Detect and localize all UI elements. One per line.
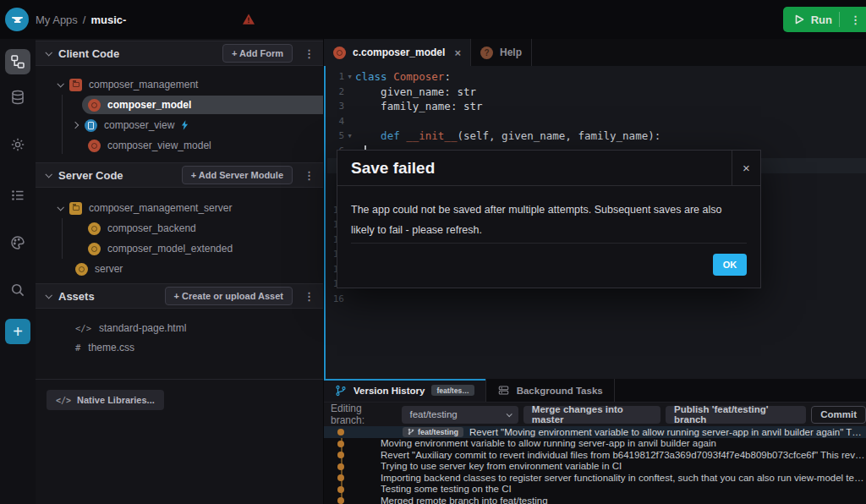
background-tasks-label: Background Tasks	[517, 386, 603, 396]
tree-item-label: composer_management_server	[89, 202, 232, 214]
client-code-header: Client Code + Add Form ⋮	[36, 41, 323, 66]
code-line-1: 1▼class Composer:	[327, 69, 866, 85]
commit-row[interactable]: Revert "Auxiliary commit to revert indiv…	[324, 449, 866, 461]
dialog-close-icon[interactable]: ×	[732, 151, 760, 185]
chevron-down-icon	[506, 411, 512, 417]
rail-theme-palette-icon[interactable]	[5, 230, 30, 255]
rail-app-structure-icon[interactable]	[5, 49, 30, 74]
server-code-menu-icon[interactable]: ⋮	[300, 169, 318, 182]
add-server-module-button[interactable]: + Add Server Module	[182, 166, 293, 184]
tab-help[interactable]: ? Help	[471, 39, 532, 66]
tree-item-composer_model[interactable]: composer_model	[36, 95, 323, 115]
tree-item-label: composer_model	[107, 99, 191, 111]
client-code-tree: composer_managementcomposer_modelcompose…	[36, 74, 323, 156]
commit-row[interactable]: Importing backend classes to register se…	[324, 472, 866, 484]
chevron-down-icon[interactable]	[45, 171, 52, 178]
create-or-upload-asset-button[interactable]: + Create or upload Asset	[165, 287, 293, 305]
warning-icon[interactable]	[243, 14, 255, 25]
code-line-4: 4	[327, 114, 866, 129]
code-token: class	[355, 70, 387, 83]
run-button[interactable]: Run ⋮	[783, 7, 866, 32]
commit-row[interactable]: Trying to use server key from environmen…	[324, 461, 866, 473]
fold-arrow-icon[interactable]: ▼	[344, 133, 355, 140]
run-menu-icon[interactable]: ⋮	[847, 14, 864, 26]
code-line-3: 3 family_name: str	[327, 99, 866, 114]
module-icon	[88, 243, 101, 255]
commit-branch-badge: feat/testing	[403, 427, 463, 437]
branch-toolbar: Editing branch: feat/testing Merge chang…	[324, 403, 866, 426]
code-line-5: 5▼ def __init__(self, given_name, family…	[327, 129, 866, 144]
commit-branch-badge-label: feat/testing	[418, 428, 458, 436]
commit-dot	[337, 441, 344, 447]
commit-list: feat/testingRevert "Moving environment v…	[324, 426, 866, 504]
rail-outline-list-icon[interactable]	[5, 183, 30, 208]
module-icon	[75, 263, 88, 276]
breadcrumb-app-name[interactable]: music-	[90, 14, 126, 26]
tab-composer-model[interactable]: c.composer_model ×	[324, 39, 471, 66]
chevron-down-icon[interactable]	[57, 80, 63, 87]
editor-tab-bar: c.composer_model × ? Help	[324, 39, 866, 66]
commit-row[interactable]: feat/testingRevert "Moving environment v…	[324, 426, 866, 438]
native-libraries-button[interactable]: </> Native Libraries...	[47, 390, 164, 410]
folder-icon	[69, 202, 82, 215]
close-tab-icon[interactable]: ×	[454, 47, 461, 59]
asset-item-theme.css[interactable]: #theme.css	[36, 337, 323, 357]
code-token	[355, 129, 381, 142]
rail-settings-gear-icon[interactable]	[5, 132, 30, 157]
client-code-menu-icon[interactable]: ⋮	[300, 47, 318, 60]
commit-message: Revert "Auxiliary commit to revert indiv…	[381, 450, 866, 460]
tab-label: c.composer_model	[353, 47, 445, 58]
chevron-down-icon[interactable]	[57, 204, 63, 211]
add-form-button[interactable]: + Add Form	[222, 44, 293, 63]
tree-item-server[interactable]: server	[36, 259, 323, 279]
dialog-header: Save failed ×	[337, 151, 760, 186]
tab-background-tasks[interactable]: Background Tasks	[486, 379, 615, 402]
module-icon	[333, 47, 346, 59]
rail-add-button[interactable]: +	[5, 319, 30, 344]
anvil-icon	[10, 13, 25, 27]
branch-select[interactable]: feat/testing	[402, 406, 518, 424]
code-line-2: 2 given_name: str	[327, 85, 866, 100]
commit-button[interactable]: Commit	[811, 406, 866, 424]
tree-item-composer_management_server[interactable]: composer_management_server	[36, 198, 323, 218]
tree-item-composer_backend[interactable]: composer_backend	[36, 218, 323, 238]
anvil-ide: My Apps / music- Run ⋮	[0, 0, 866, 504]
commit-row[interactable]: Merged remote branch into feat/testing	[324, 495, 866, 504]
assets-title: Assets	[58, 290, 95, 303]
fold-arrow-icon[interactable]: ▼	[344, 74, 355, 80]
line-number: 2	[327, 86, 344, 97]
merge-into-master-button[interactable]: Merge changes into master	[523, 406, 660, 424]
breadcrumb-separator: /	[83, 14, 86, 26]
commit-message: Testing some testing on the CI	[381, 484, 512, 494]
tree-item-composer_model_extended[interactable]: composer_model_extended	[36, 238, 323, 259]
assets-menu-icon[interactable]: ⋮	[300, 290, 318, 303]
rail-database-icon[interactable]	[5, 85, 30, 110]
branch-badge: feat/tes…	[431, 385, 474, 396]
startup-bolt-icon	[181, 120, 189, 130]
tree-item-composer_view_model[interactable]: composer_view_model	[36, 135, 323, 156]
code-token: family_name: str	[355, 100, 483, 112]
rail-search-icon[interactable]	[5, 277, 30, 303]
asset-item-standard-page.html[interactable]: </>standard-page.html	[36, 318, 323, 337]
commit-row[interactable]: Testing some testing on the CI	[324, 484, 866, 496]
tab-version-history[interactable]: Version History feat/tes…	[324, 379, 486, 402]
tree-item-composer_management[interactable]: composer_management	[36, 74, 323, 95]
commit-row[interactable]: Moving environment variable to allow run…	[324, 438, 866, 450]
chevron-down-icon[interactable]	[45, 49, 52, 56]
asset-item-label: standard-page.html	[99, 322, 186, 334]
chevron-right-icon[interactable]	[72, 122, 79, 129]
play-icon	[795, 14, 804, 25]
plus-icon: +	[13, 322, 23, 342]
breadcrumb-my-apps[interactable]: My Apps	[36, 14, 78, 26]
tree-item-label: composer_backend	[107, 222, 196, 234]
ok-button[interactable]: OK	[713, 254, 747, 276]
commit-message: Revert "Moving environment variable to a…	[469, 427, 866, 437]
anvil-logo[interactable]	[5, 8, 29, 31]
tab-label: Help	[500, 47, 522, 58]
line-number: 16	[327, 293, 344, 304]
publish-branch-button[interactable]: Publish 'feat/testing' branch	[666, 406, 806, 424]
chevron-down-icon[interactable]	[45, 292, 52, 299]
tree-item-composer_view[interactable]: composer_view	[36, 115, 323, 135]
client-code-title: Client Code	[58, 47, 119, 60]
code-icon: </>	[56, 396, 71, 405]
